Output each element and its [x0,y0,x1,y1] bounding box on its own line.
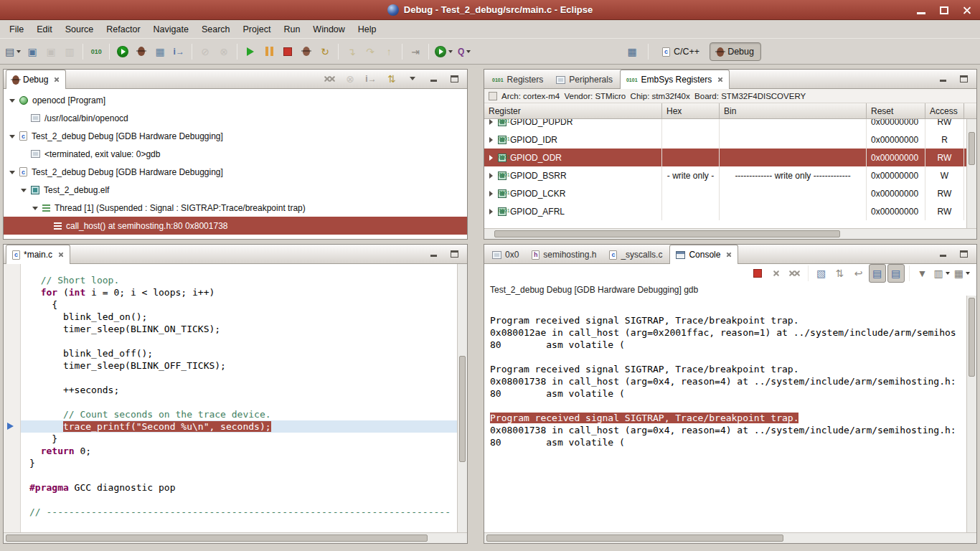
code-editor[interactable]: // Short loop. for (int i = 0; i < loops… [21,264,457,532]
close-tab-button[interactable] [717,77,723,83]
debug-openocd-button[interactable] [114,42,131,61]
word-wrap-button[interactable]: ↩ [850,264,867,283]
close-window-button[interactable] [960,3,974,17]
column-header-access[interactable]: Access [925,103,964,118]
tab-registers[interactable]: 0101Registers [486,71,549,88]
open-console-button[interactable]: ▦ [953,264,971,283]
clear-console-button[interactable]: ▧ [813,264,830,283]
run-last-launch-button[interactable] [433,42,454,61]
scrollbar-thumb[interactable] [486,534,783,542]
scrollbar-thumb[interactable] [459,356,466,462]
terminate-button[interactable] [279,42,296,61]
register-table[interactable]: 0101GPIOD_PUPDR0x00000000RW0101GPIOD_IDR… [484,119,976,228]
minimize-view-button[interactable] [425,70,442,88]
remove-all-terminated-button[interactable] [321,70,338,88]
tab-embsys-registers[interactable]: 0101EmbSys Registers [620,70,730,89]
console-output-area[interactable]: Program received signal SIGTRAP, Trace/b… [484,296,976,532]
tab-syscalls-c[interactable]: c_syscalls.c [603,246,668,263]
qemu-debug-button[interactable]: Q [456,42,473,61]
external-tools-button[interactable] [133,42,150,61]
scrollbar-thumb[interactable] [494,230,840,237]
new-c-project-button[interactable]: ▦ [151,42,169,61]
save-all-button[interactable]: ▣ [42,42,60,61]
step-filters-button[interactable]: i→ [362,70,380,88]
step-into-selection-button[interactable]: i→ [170,42,187,61]
close-tab-button[interactable] [726,252,732,258]
use-step-filters-button[interactable]: ⇥ [407,42,424,61]
scroll-lock-button[interactable]: ⇅ [831,264,849,283]
column-header-register[interactable]: Register [484,103,662,118]
remove-all-terminated-launches-button[interactable] [786,264,804,283]
open-perspective-button[interactable]: ▦ [623,42,641,61]
debug-tree-item[interactable]: Test_2_debug.elf [4,181,467,199]
menu-window[interactable]: Window [306,22,351,37]
suspend-button[interactable] [260,42,278,61]
debug-tree-item[interactable]: cTest_2_debug Debug [GDB Hardware Debugg… [4,127,467,145]
expander-icon[interactable] [489,137,493,143]
disconnect-button[interactable]: ⊗ [341,70,359,88]
menu-edit[interactable]: Edit [30,22,59,37]
debug-tree-item[interactable]: /usr/local/bin/openocd [4,109,467,127]
minimize-view-button[interactable] [934,70,951,88]
debug-tree-item[interactable]: cTest_2_debug Debug [GDB Hardware Debugg… [4,163,467,181]
close-tab-button[interactable] [58,252,64,258]
perspective-c-c-button[interactable]: cC/C++ [655,42,707,61]
menu-navigate[interactable]: Navigate [147,22,195,37]
register-row-gpiod-idr[interactable]: 0101GPIOD_IDR0x00000000R [484,131,976,149]
show-stdout-changed-button[interactable]: ▤ [869,264,886,283]
maximize-view-button[interactable] [446,245,463,263]
console-vertical-scrollbar[interactable] [966,296,976,532]
register-row-gpiod-lckr[interactable]: 0101GPIOD_LCKR0x00000000RW [484,184,976,202]
build-all-button[interactable]: 010 [88,42,105,61]
titlebar[interactable]: Debug - Test_2_debug/src/main.c - Eclips… [0,0,980,20]
menu-refactor[interactable]: Refactor [100,22,146,37]
expander-icon[interactable] [9,169,17,176]
scrollbar-thumb[interactable] [969,132,975,165]
display-console-button[interactable]: ▥ [933,264,951,283]
toggle-breakpoint-button[interactable]: ⊘ [197,42,214,61]
remove-launch-button[interactable] [768,264,785,283]
column-header-bin[interactable]: Bin [720,103,867,118]
tab-semihosting-h[interactable]: hsemihosting.h [526,246,602,263]
menu-source[interactable]: Source [59,22,100,37]
maximize-view-button[interactable] [955,245,972,263]
menu-file[interactable]: File [3,22,30,37]
debug-tree-item[interactable]: <terminated, exit value: 0>gdb [4,145,467,163]
annotation-ruler[interactable] [4,264,21,532]
view-menu-button[interactable] [404,70,421,88]
step-over-button[interactable]: ↷ [362,42,379,61]
step-return-button[interactable]: ↑ [380,42,397,61]
menu-project[interactable]: Project [237,22,278,37]
minimize-view-button[interactable] [425,245,442,263]
new-wizard-button[interactable]: ▤ [4,42,22,61]
step-into-button[interactable]: ↴ [343,42,360,61]
menu-help[interactable]: Help [352,22,383,37]
registers-vertical-scrollbar[interactable] [966,119,976,228]
menu-run[interactable]: Run [277,22,306,37]
menu-search[interactable]: Search [195,22,237,37]
terminate-console-button[interactable] [749,264,766,283]
console-horizontal-scrollbar[interactable] [484,532,976,543]
selected-stack-frame[interactable]: call_host() at semihosting.h:80 0x800173… [4,217,467,235]
debug-launch-tree[interactable]: openocd [Program]/usr/local/bin/openocdc… [4,89,467,239]
tab-main-c[interactable]: c*main.c [6,245,70,264]
expander-icon[interactable] [9,97,17,104]
register-row-gpiod-pupdr[interactable]: 0101GPIOD_PUPDR0x00000000RW [484,119,976,131]
edit-board-config-icon[interactable] [489,92,497,100]
scrollbar-thumb[interactable] [6,534,428,542]
expander-icon[interactable] [9,133,17,140]
maximize-window-button[interactable] [937,3,951,17]
tab-0x0[interactable]: 0x0 [486,246,524,263]
maximize-view-button[interactable] [955,70,972,88]
tab-console[interactable]: Console [669,245,738,264]
print-button[interactable]: ▥ [61,42,78,61]
expander-icon[interactable] [489,119,493,125]
skip-all-breakpoints-button[interactable]: ⊗ [215,42,232,61]
collapse-all-button[interactable]: ⇅ [383,70,400,88]
expander-icon[interactable] [32,204,39,212]
resume-button[interactable] [242,42,259,61]
expander-icon[interactable] [21,187,28,194]
tab-debug[interactable]: Debug [6,70,66,89]
expander-icon[interactable] [489,191,493,197]
editor-horizontal-scrollbar[interactable] [4,532,467,543]
